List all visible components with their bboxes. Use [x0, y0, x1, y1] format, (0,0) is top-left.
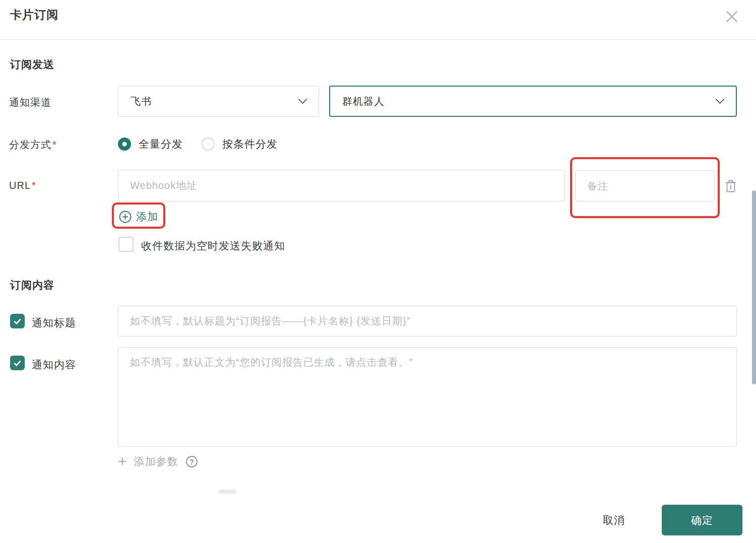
close-button[interactable] — [723, 8, 741, 26]
add-url-label: 添加 — [136, 210, 158, 224]
distribution-label: 分发方式* — [9, 138, 57, 152]
checkmark-icon — [12, 358, 23, 368]
channel-label: 通知渠道 — [9, 96, 51, 109]
close-icon — [724, 9, 739, 24]
delete-url-row-button[interactable] — [723, 177, 739, 194]
radio-unselected-icon — [202, 138, 215, 151]
chevron-down-icon — [715, 98, 725, 104]
channel-select[interactable]: 飞书 — [118, 86, 319, 117]
plus-circle-icon — [119, 211, 132, 223]
card-subscription-dialog: 卡片订阅 订阅发送 通知渠道 飞书 群机器人 分发方式* 全量分发 按条件分发 … — [0, 0, 756, 543]
checkmark-icon — [12, 316, 23, 326]
required-asterisk: * — [32, 180, 36, 191]
header-divider — [0, 39, 756, 40]
svg-text:?: ? — [190, 457, 194, 465]
url-label: URL* — [9, 180, 36, 191]
section-header-content: 订阅内容 — [10, 278, 54, 292]
radio-selected-icon — [118, 138, 131, 151]
radio-label: 全量分发 — [139, 137, 183, 151]
fail-notice-checkbox[interactable] — [118, 237, 134, 252]
cancel-button[interactable]: 取消 — [589, 506, 639, 535]
distribution-radio-group: 全量分发 按条件分发 — [118, 132, 278, 156]
clipped-control-edge — [219, 490, 236, 494]
dialog-title: 卡片订阅 — [10, 7, 58, 23]
chevron-down-icon — [298, 98, 307, 104]
webhook-url-input[interactable] — [118, 170, 565, 201]
confirm-button[interactable]: 确定 — [662, 505, 742, 535]
required-asterisk: * — [52, 139, 57, 150]
scrollbar-thumb[interactable] — [752, 190, 756, 384]
notify-title-label: 通知标题 — [32, 316, 76, 330]
add-parameter-button[interactable]: + 添加参数 ? — [118, 454, 198, 469]
add-url-button[interactable]: 添加 — [119, 210, 158, 224]
notify-title-checkbox[interactable] — [10, 314, 25, 328]
trash-icon — [725, 179, 737, 193]
plus-icon: + — [118, 454, 127, 469]
add-parameter-label: 添加参数 — [134, 454, 178, 468]
channel-select-value: 飞书 — [131, 95, 298, 108]
section-header-send: 订阅发送 — [10, 57, 54, 72]
notify-body-checkbox[interactable] — [10, 356, 25, 370]
target-select-value: 群机器人 — [342, 95, 715, 108]
notify-body-textarea[interactable] — [118, 347, 737, 447]
radio-label: 按条件分发 — [222, 137, 278, 151]
notify-title-input[interactable] — [118, 306, 737, 336]
target-select[interactable]: 群机器人 — [329, 86, 737, 117]
question-circle-icon: ? — [185, 455, 198, 468]
fail-notice-label: 收件数据为空时发送失败通知 — [141, 239, 285, 253]
radio-conditional-distribution[interactable]: 按条件分发 — [202, 137, 278, 151]
remark-input[interactable] — [575, 170, 715, 201]
radio-full-distribution[interactable]: 全量分发 — [118, 137, 183, 151]
notify-body-label: 通知内容 — [32, 358, 76, 372]
